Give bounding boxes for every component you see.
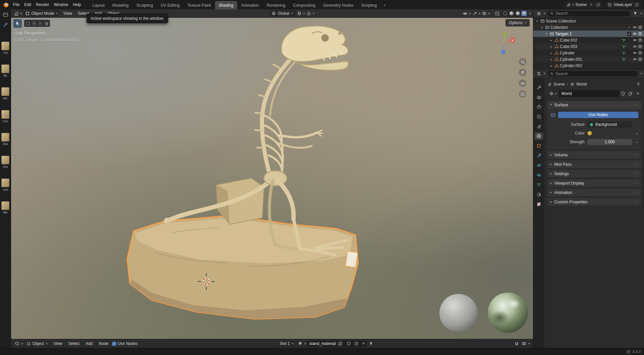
- panel-grip-icon[interactable]: ∷∷: [633, 200, 638, 204]
- outliner-row-cylinder-001[interactable]: ▸ Cylinder.001: [533, 56, 644, 62]
- pan-hand-icon[interactable]: [519, 69, 526, 76]
- asset-item[interactable]: Mic: [1, 201, 9, 214]
- select-mode-subtract-icon[interactable]: [38, 21, 43, 26]
- menu-edit[interactable]: Edit: [22, 1, 34, 8]
- keyframe-dot-icon[interactable]: ●: [635, 132, 639, 135]
- new-scene-icon[interactable]: [595, 2, 601, 7]
- unlink-scene-icon[interactable]: ×: [588, 2, 594, 7]
- new-viewlayer-icon[interactable]: [634, 2, 639, 7]
- material-name-field[interactable]: stand_material 2: [307, 341, 345, 347]
- surface-panel-header[interactable]: ▾ Surface ∷∷: [547, 101, 641, 109]
- menu-window[interactable]: Window: [51, 1, 70, 8]
- snap-magnet-icon[interactable]: [296, 10, 302, 16]
- object-data-properties-icon[interactable]: [534, 181, 543, 189]
- constraints-properties-icon[interactable]: [534, 171, 543, 179]
- tab-texture-paint[interactable]: Texture Paint: [184, 1, 215, 9]
- editor-type-3d-viewport-icon[interactable]: [13, 10, 19, 16]
- asset-item[interactable]: Dra: [1, 133, 9, 146]
- fake-user-shield-icon[interactable]: [619, 90, 627, 97]
- viewport-canvas[interactable]: User Perspective (234) Tangan 1 | defaul…: [11, 18, 533, 339]
- mode-dropdown[interactable]: Object Mode ▾: [23, 10, 60, 17]
- outliner-row-cube-002[interactable]: ▸ Cube.002: [533, 37, 644, 43]
- physics-properties-icon[interactable]: [534, 161, 543, 169]
- xray-toggle-icon[interactable]: [494, 10, 500, 16]
- snap-node-icon[interactable]: [514, 341, 520, 347]
- outliner-row-cylinder[interactable]: ▸ Cylinder: [533, 50, 644, 56]
- add-workspace-button[interactable]: +: [381, 1, 389, 9]
- orthographic-grid-icon[interactable]: [519, 90, 526, 98]
- caret-right-icon[interactable]: ▸: [549, 64, 554, 67]
- transform-orientation-dropdown[interactable]: Global ▾: [269, 10, 295, 17]
- outliner-row-scene-collection[interactable]: ▾ Scene Collection: [533, 18, 644, 24]
- tab-scripting[interactable]: Scripting: [358, 1, 381, 9]
- render-properties-icon[interactable]: [534, 93, 543, 101]
- select-mode-new-icon[interactable]: [25, 21, 31, 26]
- shading-rendered-icon[interactable]: [521, 11, 527, 16]
- tab-rendering[interactable]: Rendering: [263, 1, 289, 9]
- color-swatch[interactable]: [587, 131, 592, 136]
- proportional-editing-icon[interactable]: [306, 10, 312, 16]
- browse-world-dropdown[interactable]: ▾: [547, 90, 559, 97]
- tab-animation[interactable]: Animation: [237, 1, 263, 9]
- caret-down-icon[interactable]: ▾: [539, 26, 544, 29]
- asset-item[interactable]: Aut: [1, 42, 9, 54]
- editor-type-shader-icon[interactable]: [14, 341, 20, 347]
- panel-grip-icon[interactable]: ∷∷: [633, 172, 638, 175]
- editor-corner-icon[interactable]: [2, 11, 9, 18]
- panel-grip-icon[interactable]: ∷∷: [633, 162, 638, 166]
- tab-compositing[interactable]: Compositing: [289, 1, 319, 9]
- panel-grip-icon[interactable]: ∷∷: [633, 181, 638, 185]
- menu-help[interactable]: Help: [70, 1, 84, 8]
- disable-render-toggle[interactable]: [637, 31, 643, 36]
- collection-checkbox[interactable]: ✓: [627, 32, 631, 36]
- visibility-eye-icon[interactable]: [462, 10, 468, 16]
- screwdriver-icon[interactable]: [2, 21, 9, 28]
- chevron-down-icon[interactable]: ▾: [640, 12, 642, 15]
- asset-item[interactable]: Bu: [1, 64, 9, 77]
- outliner-row-tangan-1[interactable]: ▾ Tangan 1 ✓: [533, 31, 644, 37]
- chevron-down-icon[interactable]: ▾: [20, 12, 22, 15]
- editor-type-properties-icon[interactable]: [536, 71, 542, 77]
- tool-properties-icon[interactable]: [534, 84, 543, 91]
- breadcrumb-world[interactable]: World: [576, 82, 587, 87]
- menu-render[interactable]: Render: [34, 1, 51, 8]
- disable-render-toggle[interactable]: [637, 38, 643, 43]
- asset-item[interactable]: Dra: [1, 156, 9, 168]
- caret-right-icon[interactable]: ▸: [549, 58, 554, 61]
- shading-solid-icon[interactable]: [508, 11, 514, 16]
- gizmos-toggle-icon[interactable]: [472, 10, 478, 16]
- shader-menu-select[interactable]: Select: [66, 341, 82, 347]
- select-mode-intersect-icon[interactable]: [44, 21, 49, 26]
- world-name-field[interactable]: World: [559, 90, 619, 97]
- unlink-world-icon[interactable]: ×: [634, 90, 641, 97]
- asset-item[interactable]: Cus: [1, 110, 9, 123]
- shader-menu-view[interactable]: View: [51, 341, 65, 347]
- shader-type-dropdown[interactable]: Object ▾: [24, 341, 50, 347]
- overlays-toggle-icon[interactable]: [481, 10, 487, 16]
- tab-uv-editing[interactable]: UV Editing: [157, 1, 183, 9]
- caret-right-icon[interactable]: ▸: [549, 45, 554, 48]
- chevron-down-icon[interactable]: ▾: [529, 12, 531, 15]
- tab-geometry-nodes[interactable]: Geometry Nodes: [319, 1, 357, 9]
- keyframe-dot-icon[interactable]: ●: [635, 141, 639, 143]
- viewport-menu-view[interactable]: View: [61, 10, 74, 16]
- filter-funnel-icon[interactable]: [632, 10, 638, 16]
- navigation-gizmo[interactable]: X: [491, 31, 516, 55]
- slot-dropdown[interactable]: Slot 1 ▾: [277, 341, 296, 347]
- asset-item[interactable]: Mic: [1, 87, 9, 100]
- scene-properties-icon[interactable]: [534, 122, 543, 130]
- use-nodes-checkbox[interactable]: ✓: [112, 342, 116, 346]
- output-properties-icon[interactable]: [534, 103, 543, 111]
- chevron-down-icon[interactable]: ▾: [305, 342, 306, 345]
- shading-material-preview-icon[interactable]: [515, 11, 521, 16]
- hide-eye-toggle[interactable]: [632, 57, 637, 62]
- panel-header[interactable]: ▸ Viewport Display ∷∷: [547, 179, 641, 187]
- caret-down-icon[interactable]: ▾: [544, 32, 549, 36]
- select-mode-extend-icon[interactable]: [32, 21, 37, 26]
- surface-shader-dropdown[interactable]: Background: [587, 121, 632, 128]
- pin-icon[interactable]: [368, 341, 374, 347]
- chevron-down-icon[interactable]: ▾: [303, 12, 305, 15]
- tab-shading[interactable]: Shading: [215, 1, 237, 9]
- duplicate-material-icon[interactable]: [353, 341, 360, 347]
- chevron-down-icon[interactable]: ▾: [488, 12, 490, 15]
